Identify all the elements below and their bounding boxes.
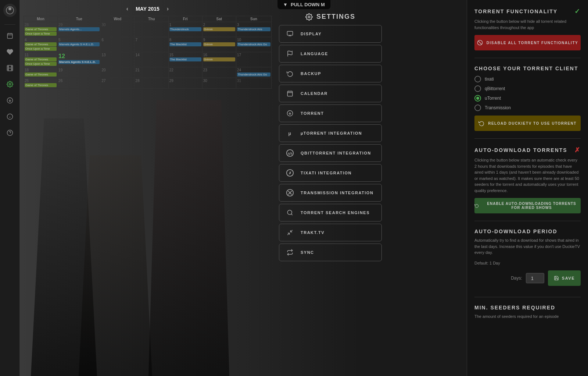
cal-event: Thunderstruck Airs Go: [237, 72, 270, 77]
calendar-section: ‹ MAY 2015 › Mon Tue Wed Thu Fri Sat Sun: [20, 0, 275, 376]
cal-cell[interactable]: 24 Thunderstruck Airs Go: [236, 67, 271, 78]
cal-cell[interactable]: 10 Thunderstruck Airs Go: [236, 37, 271, 52]
svg-point-14: [9, 84, 11, 85]
menu-calendar-btn[interactable]: CALENDAR: [279, 85, 382, 102]
sidebar-item-calendar[interactable]: [3, 29, 17, 42]
radio-qbittorrent[interactable]: qBittorrent: [474, 85, 581, 92]
reload-duckietv-btn[interactable]: RELOAD DUCKIETV TO USE UTORRENT: [474, 116, 581, 131]
cal-cell[interactable]: 3 Thunderstruck Airs: [236, 22, 271, 37]
pull-down-icon: ▼: [283, 2, 288, 7]
svg-text:✗: ✗: [288, 171, 292, 175]
svg-point-21: [308, 16, 310, 18]
svg-line-42: [478, 41, 481, 44]
app-logo[interactable]: [3, 4, 17, 17]
auto-download-title: AUTO-DOWNLOAD TORRENTS ✗: [474, 146, 581, 154]
svg-line-39: [291, 230, 293, 232]
radio-transmission[interactable]: Transmission: [474, 104, 581, 111]
cal-cell[interactable]: 29 Marvels Agents...: [58, 22, 101, 37]
sidebar: [0, 0, 20, 376]
cal-cell[interactable]: 31: [236, 78, 271, 89]
disable-torrent-btn[interactable]: DISABLE ALL TORRENT FUNCTIONALITY: [474, 35, 581, 50]
menu-qbittorrent-btn[interactable]: qb QBITTORRENT INTEGRATION: [279, 144, 382, 162]
auto-download-period-section: AUTO-DOWNLOAD PERIOD Automatically try t…: [474, 228, 581, 297]
sidebar-item-torrent[interactable]: [3, 94, 17, 107]
disable-torrent-label: DISABLE ALL TORRENT FUNCTIONALITY: [487, 41, 578, 45]
pull-down-bar[interactable]: ▼ PULL DOWN M: [277, 0, 330, 9]
sidebar-item-info[interactable]: [3, 110, 17, 123]
cal-cell[interactable]: 14: [135, 52, 168, 67]
menu-trakttv-btn[interactable]: TRAKT.TV: [279, 224, 382, 241]
cal-cell[interactable]: 27: [101, 78, 135, 89]
calendar-prev[interactable]: ‹: [126, 6, 128, 12]
auto-download-period-default: Default: 1 Day: [474, 260, 581, 266]
cal-cell[interactable]: 28 Game of Thrones Once Upon a Time: [24, 22, 58, 37]
pull-down-label: PULL DOWN M: [291, 2, 325, 7]
cal-cell[interactable]: 30: [202, 78, 236, 89]
cal-cell[interactable]: 26: [58, 78, 101, 89]
cal-cell[interactable]: 30: [101, 22, 135, 37]
sidebar-item-favorites[interactable]: [3, 45, 17, 58]
cal-cell[interactable]: 7: [135, 37, 168, 52]
menu-tixati-btn[interactable]: ✗ TIXATI INTEGRATION: [279, 164, 382, 182]
radio-utorrent[interactable]: uTorrent: [474, 95, 581, 102]
cal-cell[interactable]: 13: [101, 52, 135, 67]
cal-cell[interactable]: 5 Marvels Agents S H.E.L.D.: [58, 37, 101, 52]
cal-cell[interactable]: 17: [236, 52, 271, 67]
cal-cell[interactable]: 1 Thunderstruck: [168, 22, 202, 37]
svg-line-40: [287, 233, 289, 235]
menu-tixati-label: TIXATI INTEGRATION: [301, 171, 352, 175]
cal-cell[interactable]: 6: [101, 37, 135, 52]
days-input[interactable]: [526, 273, 544, 283]
cal-header-sat: Sat: [202, 16, 236, 22]
sidebar-item-about[interactable]: [3, 126, 17, 139]
cal-cell[interactable]: 12 Marvels Agents S H.E.L.D.: [58, 52, 101, 67]
cal-cell[interactable]: 29: [168, 78, 202, 89]
cal-event: Grimm: [203, 27, 235, 31]
radio-qbittorrent-label: qBittorrent: [485, 86, 505, 91]
cal-cell[interactable]: 25 Game of Thrones: [24, 78, 58, 89]
cal-header-wed: Wed: [101, 16, 135, 22]
cal-cell[interactable]: 11 Game of Thrones Once Upon a Time: [24, 52, 58, 67]
menu-language-btn[interactable]: LANGUAGE: [279, 45, 382, 63]
days-label: Days:: [511, 276, 522, 281]
cal-cell[interactable]: 9 Grimm: [202, 37, 236, 52]
menu-search-engines-btn[interactable]: TORRENT SEARCH ENGINES: [279, 204, 382, 221]
menu-sync-btn[interactable]: SYNC: [279, 244, 382, 261]
cal-event: The Blacklist: [169, 57, 201, 61]
radio-transmission-circle: [474, 104, 481, 111]
menu-utorrent-btn[interactable]: µ µTORRENT INTEGRATION: [279, 124, 382, 142]
cal-cell[interactable]: 4 Game of Thrones Once Upon a Time: [24, 37, 58, 52]
radio-tixati[interactable]: tixati: [474, 76, 581, 82]
cal-cell[interactable]: 21: [135, 67, 168, 78]
calendar-next[interactable]: ›: [167, 6, 169, 12]
menu-torrent-btn[interactable]: TORRENT: [279, 104, 382, 122]
cal-cell[interactable]: 2 Grimm: [202, 22, 236, 37]
cal-event: Once Upon a Time: [25, 32, 57, 36]
menu-transmission-btn[interactable]: TRANSMISSION INTEGRATION: [279, 184, 382, 202]
cal-cell[interactable]: 8 The Blacklist: [168, 37, 202, 52]
cal-cell[interactable]: 23: [202, 67, 236, 78]
cal-cell[interactable]: 20: [101, 67, 135, 78]
sidebar-item-movies[interactable]: [3, 61, 17, 75]
calendar-month: MAY 2015: [136, 6, 159, 12]
sidebar-item-settings[interactable]: [3, 78, 17, 91]
transmission-icon: [285, 188, 295, 198]
menu-backup-btn[interactable]: BACKUP: [279, 65, 382, 82]
save-days-btn[interactable]: SAVE: [548, 270, 581, 286]
cal-cell[interactable]: 28: [135, 78, 168, 89]
cal-cell[interactable]: 22: [168, 67, 202, 78]
enable-auto-download-btn[interactable]: ENABLE AUTO-DOWNLOADING TORRENTS FOR AIR…: [474, 198, 581, 213]
cal-cell[interactable]: 16 Grimm: [202, 52, 236, 67]
cal-cell[interactable]: 15 The Blacklist: [168, 52, 202, 67]
menu-display-btn[interactable]: DISPLAY: [279, 25, 382, 43]
cal-cell[interactable]: [135, 22, 168, 37]
save-label: SAVE: [562, 276, 575, 280]
settings-title: SETTINGS: [316, 13, 355, 21]
torrent-icon: [285, 108, 295, 118]
cal-cell[interactable]: 18 Game of Thrones: [24, 67, 58, 78]
cal-event: Game of Thrones: [25, 27, 57, 31]
cal-event: The Blacklist: [169, 42, 201, 46]
calendar-icon: [285, 88, 295, 99]
radio-qbittorrent-circle: [474, 85, 481, 92]
cal-cell[interactable]: 19: [58, 67, 101, 78]
